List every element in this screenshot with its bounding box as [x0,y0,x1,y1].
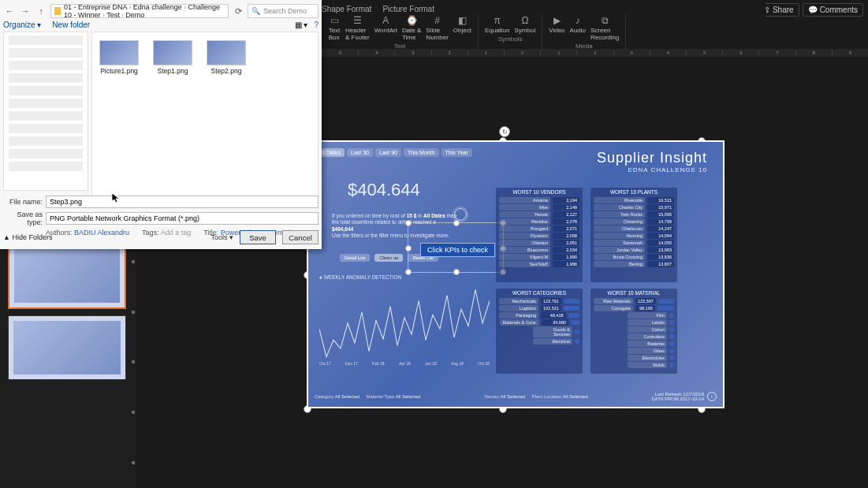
tab-picture-format[interactable]: Picture Format [382,5,434,13]
headerfooter-icon: ☰ [351,14,363,27]
screenrec-icon: ⧉ [598,14,611,27]
file-item[interactable]: Step1.png [154,40,192,198]
table-row: Mechanicals123,791 [499,298,579,304]
filter-pill[interactable]: Last 90 [375,148,401,157]
wordart-icon: A [379,14,392,27]
table-row: Bluecomm2,034 [499,247,579,253]
table-row: Logistics102,521 [499,305,579,311]
table-row: Film [594,312,674,319]
audio-button[interactable]: ♪Audio [570,14,586,41]
table-row: Wee2,149 [499,204,579,210]
table-row: Glass [594,348,674,354]
object-button[interactable]: ◧Object [453,14,471,41]
saveastype-label: Save as type: [3,210,46,226]
newfolder-button[interactable]: New folder [52,20,90,29]
help-icon[interactable]: ? [314,20,319,29]
weekly-chart: ● WEEKLY ANOMALY DETECTION Oct 17Dec 17F… [319,274,490,369]
headerfooter-button[interactable]: ☰Header & Footer [345,14,370,41]
table-row: Materials & Cons.34,080 [499,319,579,326]
file-item[interactable]: Step2.png [207,40,245,198]
table-row: Savannah14,050 [594,240,674,246]
folder-tree[interactable] [3,32,88,191]
table-row: Electrolytes [594,355,674,361]
comment-icon: 💬 [808,6,818,14]
search-input[interactable]: 🔍 Search Demo [248,4,319,18]
table-row: Corrugate98,195 [594,305,674,311]
table-row: Charles City15,971 [594,204,674,210]
vertical-ruler [130,237,136,488]
view-icon[interactable]: ▦ ▾ [295,20,308,29]
filename-input[interactable] [46,196,319,208]
textbox-button[interactable]: ▭Text Box [328,14,341,41]
table-row: Charlevoix14,247 [594,225,674,232]
tools-dropdown[interactable]: Tools ▾ [210,233,233,241]
table-row: Presgard2,071 [499,225,579,232]
panel-categories: WORST CATEGORIES Mechanicals123,791Logis… [496,289,583,374]
tab-shape-format[interactable]: Shape Format [322,5,371,13]
address-bar[interactable]: 01 - Entreprise DNA › Edna challenge › C… [50,4,229,18]
mini-button[interactable]: Clean up [374,254,403,262]
table-row: Carton [594,326,674,333]
panel-plants: WORST 10 PLANTS Riverside16,521Charles C… [590,188,677,282]
filter-pill[interactable]: Last 30 [347,148,373,157]
save-as-dialog: ← → ↑ 01 - Entreprise DNA › Edna challen… [0,0,322,249]
refresh-button[interactable]: ⟳ [232,5,244,17]
table-row: Berling13,807 [594,261,674,267]
table-row: Amante2,194 [499,197,579,203]
datetime-icon: ⌚ [405,14,418,27]
mini-button[interactable]: Detail List [340,254,370,262]
table-row: Henning14,094 [594,233,674,239]
datetime-button[interactable]: ⌚Date & Time [402,14,421,41]
textbox-icon: ▭ [328,14,341,27]
table-row: Jordan Valley13,983 [594,247,674,253]
symbol-button[interactable]: ΩSymbol [515,14,536,34]
table-row: Molds [594,362,674,368]
nav-forward-button[interactable]: → [19,5,32,17]
table-row: Goods & Services [499,326,579,337]
audio-icon: ♪ [572,14,584,27]
info-icon[interactable]: i [707,392,717,401]
symbol-icon: Ω [519,14,531,27]
nav-up-button[interactable]: ↑ [35,5,47,17]
organize-button[interactable]: Organize ▾ [3,20,41,29]
slidenumber-button[interactable]: #Slide Number [426,14,448,41]
table-row: Chisaning14,799 [594,218,674,225]
comments-button[interactable]: 💬Comments [803,3,863,17]
table-row: Vilgard.M1,990 [499,254,579,260]
wordart-button[interactable]: AWordArt [374,14,397,41]
table-row: Labels [594,319,674,326]
table-row: Recidios2,078 [499,218,579,225]
table-row: SeaTide51,986 [499,261,579,267]
table-row: Electrical [499,338,579,345]
equation-button[interactable]: πEquation [485,14,510,34]
file-item[interactable]: Picture1.png [100,40,138,198]
folder-icon [54,7,61,15]
dashboard-title: Supplier Insight EDNA CHALLENGE 10 [597,150,707,173]
slide-thumbnail-1[interactable] [8,243,126,309]
object-icon: ◧ [456,14,468,27]
filter-pill[interactable]: This Month [404,148,439,157]
ribbon: Shape Format Picture Format ▭Text Box ☰H… [322,0,766,47]
filter-pill[interactable]: This Year [441,148,472,157]
dashboard-footer: Category All Selected Material Type All … [315,389,717,404]
slide-thumbnail-2[interactable] [8,315,126,380]
screenrec-button[interactable]: ⧉Screen Recording [590,14,619,41]
slide-thumbnail-pane [0,237,134,488]
saveastype-input[interactable] [46,212,319,225]
table-row: Controllers [594,333,674,340]
cancel-button[interactable]: Cancel [282,230,319,244]
rotate-handle[interactable]: ↻ [499,126,510,137]
table-row: Twin Rocks15,095 [594,211,674,218]
equation-icon: π [491,14,504,27]
video-button[interactable]: ▶Video [549,14,564,41]
file-list[interactable]: Picture1.pngStep1.pngStep2.png [91,32,319,207]
callout-label[interactable]: Click KPIs to check [420,243,495,257]
group-symbols-label: Symbols [498,35,523,43]
slide: All DatesLast 30Last 90This MonthThis Ye… [307,140,725,408]
panel-materials: WORST 10 MATERIAL Raw Materials123,597Co… [590,289,677,374]
filename-label: File name: [3,198,46,206]
table-row: Bruce Crossing13,836 [594,254,674,260]
nav-back-button[interactable]: ← [3,5,16,17]
save-button[interactable]: Save [240,230,276,244]
hide-folders-button[interactable]: ▲ Hide Folders [3,233,52,241]
